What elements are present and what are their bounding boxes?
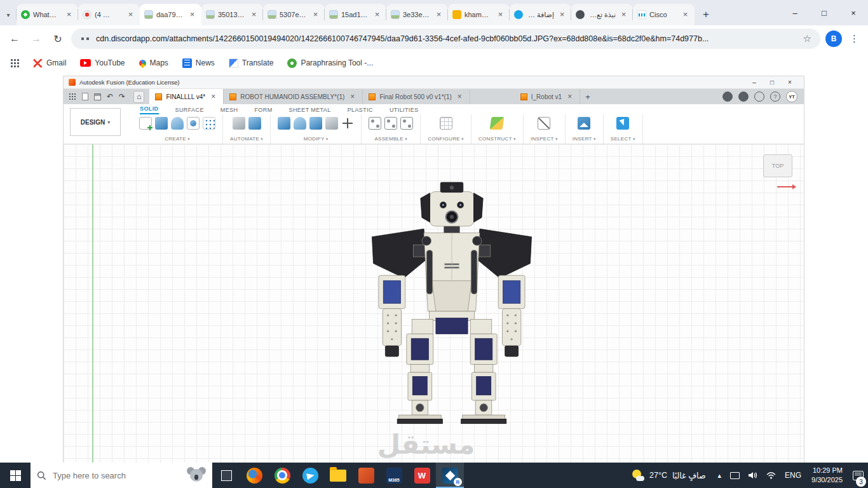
ribbon-tab-form[interactable]: FORM [254, 107, 272, 114]
browser-tab-15ad1[interactable]: 15ad1… × [325, 4, 386, 25]
bookmark-news[interactable]: News [182, 58, 215, 68]
tab-close-icon[interactable]: × [681, 10, 690, 20]
insert-image-icon[interactable] [578, 117, 590, 130]
redo-icon[interactable]: ↷ [119, 92, 125, 101]
tab-close-icon[interactable]: × [434, 10, 444, 20]
browser-tab-3e33e[interactable]: 3e33e… × [386, 4, 448, 25]
browser-tab-active-daa79[interactable]: daa79… × [140, 4, 201, 25]
taskbar-clock[interactable]: 10:29 PM 9/30/2025 [806, 466, 848, 485]
configure-table-icon[interactable] [440, 117, 452, 130]
construct-plane-icon[interactable] [490, 117, 505, 130]
job-status-icon[interactable] [722, 92, 733, 102]
fusion-close-button[interactable]: × [781, 79, 799, 86]
ribbon-tab-solid[interactable]: SOLID [140, 105, 159, 114]
new-tab-button[interactable]: + [697, 6, 715, 24]
tab-close-icon[interactable]: × [64, 10, 74, 20]
tab-close-icon[interactable]: × [496, 10, 505, 20]
bookmark-gmail[interactable]: Gmail [33, 58, 66, 68]
start-button[interactable] [0, 463, 31, 488]
bookmark-star-icon[interactable]: ☆ [803, 33, 811, 44]
notification-count-badge[interactable]: 3 [856, 477, 866, 487]
forward-button[interactable]: → [28, 30, 44, 47]
ribbon-tab-surface[interactable]: SURFACE [175, 107, 204, 114]
browser-menu-icon[interactable]: ⋮ [847, 33, 862, 44]
bookmark-paraphrasing-tool[interactable]: Paraphrasing Tool -... [287, 58, 373, 68]
fusion-minimize-button[interactable]: – [745, 79, 763, 86]
language-indicator[interactable]: ENG [780, 463, 806, 488]
taskbar-app-wps[interactable]: W [408, 463, 436, 488]
shell-icon[interactable] [309, 117, 322, 130]
combine-icon[interactable] [325, 117, 338, 130]
browser-tab-cisco[interactable]: Cisco × [633, 4, 695, 25]
create-sketch-icon[interactable] [139, 117, 152, 130]
tab-search-chevron-icon[interactable]: ▾ [0, 4, 17, 25]
sweep-icon[interactable] [187, 117, 200, 130]
tab-close-icon[interactable]: × [187, 10, 197, 20]
doc-tab-robot-humanoid[interactable]: ROBOT HUMANOID ASSEMBLY*(1) × [224, 89, 363, 104]
hidden-icons-chevron[interactable]: ▴ [714, 463, 726, 488]
tab-close-icon[interactable]: × [557, 10, 567, 20]
group-label-select[interactable]: SELECT [611, 136, 635, 142]
tray-network[interactable] [762, 463, 780, 488]
save-icon[interactable] [94, 93, 101, 100]
fusion-canvas-viewport[interactable]: TOP [64, 144, 804, 463]
taskbar-app-browser[interactable] [240, 463, 268, 488]
taskbar-app-chrome[interactable] [268, 463, 296, 488]
back-button[interactable]: ← [6, 30, 23, 47]
taskbar-app-powerpoint[interactable] [352, 463, 380, 488]
measure-icon[interactable] [538, 117, 550, 130]
minimize-button[interactable]: – [780, 8, 810, 18]
group-label-modify[interactable]: MODIFY [304, 136, 329, 142]
doc-tab-close-icon[interactable]: × [209, 93, 217, 101]
automate-a-icon[interactable] [233, 117, 245, 130]
bookmark-translate[interactable]: Translate [229, 58, 274, 68]
group-label-configure[interactable]: CONFIGURE [428, 136, 464, 142]
reload-button[interactable]: ↻ [50, 30, 66, 47]
search-input[interactable] [51, 470, 182, 481]
design-workspace-dropdown[interactable]: DESIGN [70, 108, 121, 136]
taskbar-app-m365[interactable]: M365 [380, 463, 408, 488]
joint-icon[interactable] [384, 117, 397, 130]
browser-tab-whatsapp[interactable]: What… × [17, 4, 78, 25]
doc-tab-close-icon[interactable]: × [566, 93, 574, 101]
app-grid-icon[interactable] [69, 93, 76, 100]
rigid-group-icon[interactable] [400, 117, 413, 130]
browser-tab-khamsat[interactable]: kham… × [448, 4, 510, 25]
tab-close-icon[interactable]: × [619, 10, 628, 20]
group-label-automate[interactable]: AUTOMATE [230, 136, 263, 142]
browser-tab-5307e[interactable]: 5307e… × [263, 4, 325, 25]
weather-widget[interactable]: 27°C صافٍ غالبًا [624, 469, 714, 482]
browser-tab-35013[interactable]: 35013… × [201, 4, 263, 25]
fusion-maximize-button[interactable]: □ [763, 79, 781, 86]
robot-model[interactable] [365, 179, 538, 433]
group-label-inspect[interactable]: INSPECT [531, 136, 558, 142]
tray-device[interactable] [726, 463, 744, 488]
group-label-insert[interactable]: INSERT [573, 136, 596, 142]
bookmark-maps[interactable]: Maps [139, 58, 168, 67]
revolve-icon[interactable] [171, 117, 184, 130]
search-highlight-koala-image[interactable] [187, 467, 206, 484]
ribbon-tab-sheet-metal[interactable]: SHEET METAL [289, 107, 331, 114]
new-component-icon[interactable] [369, 117, 381, 130]
taskbar-app-active[interactable]: B [436, 463, 464, 488]
doc-tab-finallll[interactable]: FINALLLL v4* × [149, 89, 224, 104]
file-menu-icon[interactable] [82, 93, 88, 100]
viewcube[interactable]: TOP [763, 154, 792, 177]
browser-tab-recording[interactable]: (4 … × [78, 4, 140, 25]
press-pull-icon[interactable] [278, 117, 290, 130]
group-label-construct[interactable]: CONSTRUCT [478, 136, 516, 142]
tab-close-icon[interactable]: × [311, 10, 320, 20]
close-button[interactable]: × [839, 8, 868, 18]
taskbar-app-telegram[interactable] [296, 463, 324, 488]
ribbon-tab-plastic[interactable]: PLASTIC [348, 107, 373, 114]
notifications-bell-icon[interactable] [754, 92, 764, 102]
ribbon-tab-mesh[interactable]: MESH [220, 107, 238, 114]
ribbon-tab-utilities[interactable]: UTILITIES [390, 107, 419, 114]
maximize-button[interactable]: □ [810, 8, 839, 18]
tray-volume[interactable] [744, 463, 762, 488]
help-icon[interactable]: ? [770, 92, 780, 102]
browser-tab-idafa[interactable]: إضافة … × [510, 4, 571, 25]
group-label-create[interactable]: CREATE [165, 136, 190, 142]
fillet-icon[interactable] [294, 117, 306, 130]
fusion-user-avatar[interactable]: YT [786, 91, 797, 102]
